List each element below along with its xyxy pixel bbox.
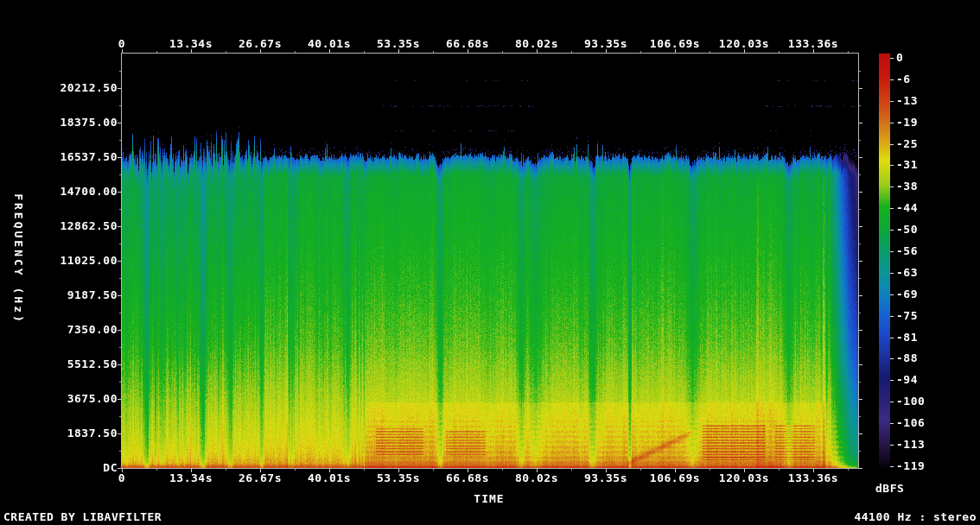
colorbar-tick-label: -6 [896,73,911,85]
y-tick-label: 16537.50 [0,150,118,163]
y-tick-label: 5512.50 [0,357,118,370]
x-tick-label-top: 40.01s [308,37,351,50]
colorbar-tick-label: -31 [896,158,918,171]
x-tick-label-top: 93.35s [584,37,627,50]
y-tick-label: 3675.00 [0,392,118,405]
x-tick-label-bottom: 66.68s [446,471,489,484]
colorbar-tick-label: -63 [896,266,918,279]
y-tick-label: 18375.00 [0,116,118,129]
colorbar-tick-label: -119 [896,459,925,472]
x-tick-label-top: 133.36s [788,37,838,50]
colorbar-tick-label: -88 [896,351,918,364]
x-tick-label-top: 66.68s [446,37,489,50]
y-tick-label: DC [0,461,118,474]
colorbar-tick-label: -19 [896,116,918,129]
x-tick-label-top: 106.69s [650,37,700,50]
colorbar-tick-label: 0 [896,51,903,64]
colorbar-tick-label: -38 [896,180,918,193]
x-tick-label-bottom: 106.69s [650,471,700,484]
spectrogram-canvas [0,0,980,525]
x-tick-label-bottom: 133.36s [788,471,838,484]
x-tick-label-top: 26.67s [239,37,282,50]
x-tick-label-top: 13.34s [169,37,213,50]
spectrogram-page: 013.34s26.67s40.01s53.35s66.68s80.02s93.… [0,0,980,525]
credit-text: CREATED BY LIBAVFILTER [3,510,162,523]
stream-info-text: 44100 Hz : stereo [854,510,977,523]
x-tick-label-bottom: 53.35s [377,471,420,484]
x-tick-label-bottom: 93.35s [584,471,627,484]
colorbar-tick-label: -81 [896,331,918,344]
y-tick-label: 1837.50 [0,427,118,440]
colorbar-tick-label: -56 [896,244,918,257]
x-tick-label-top: 0 [118,37,125,50]
x-tick-label-top: 53.35s [377,37,420,50]
colorbar-tick-label: -25 [896,137,918,150]
frequency-axis-title: FREQUENCY (Hz) [12,193,25,325]
colorbar-tick-label: -100 [896,395,925,408]
x-tick-label-bottom: 0 [118,471,125,484]
colorbar-tick-label: -106 [896,416,925,429]
colorbar-title: dBFS [875,482,904,495]
colorbar-tick-label: -44 [896,201,918,214]
colorbar-tick-label: -75 [896,309,918,322]
y-tick-label: 20212.50 [0,81,118,94]
colorbar-tick-label: -13 [896,94,918,107]
x-tick-label-bottom: 40.01s [308,471,351,484]
time-axis-title: TIME [474,492,504,505]
colorbar-tick-label: -113 [896,438,925,451]
x-tick-label-bottom: 80.02s [515,471,558,484]
y-tick-label: 7350.00 [0,323,118,336]
x-tick-label-bottom: 26.67s [239,471,282,484]
x-tick-label-bottom: 13.34s [169,471,213,484]
colorbar-tick-label: -50 [896,223,918,236]
x-tick-label-bottom: 120.03s [719,471,769,484]
x-tick-label-top: 80.02s [515,37,558,50]
colorbar-tick-label: -94 [896,373,918,386]
x-tick-label-top: 120.03s [719,37,769,50]
colorbar-tick-label: -69 [896,288,918,300]
